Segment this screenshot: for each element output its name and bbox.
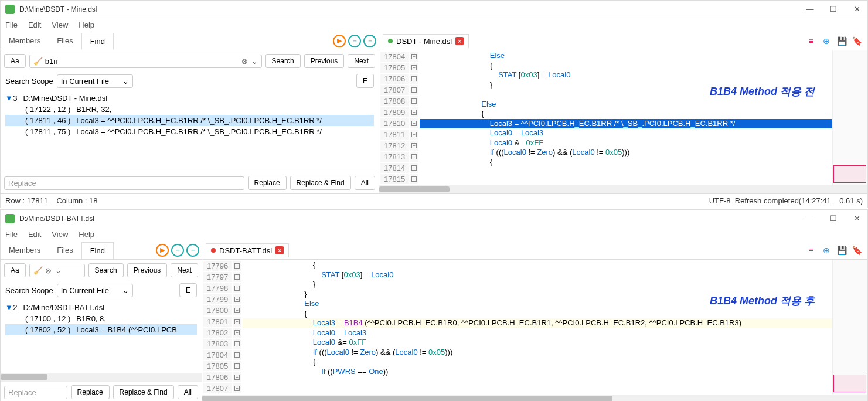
fold-icon[interactable]: − <box>234 274 240 280</box>
fold-icon[interactable]: − <box>234 319 240 324</box>
code-line[interactable]: STAT [0x03] = Local0 <box>243 270 832 280</box>
fold-icon[interactable]: − <box>411 121 417 126</box>
menu-edit[interactable]: Edit <box>28 21 41 29</box>
maximize-button[interactable]: ☐ <box>828 213 839 225</box>
fold-icon[interactable]: − <box>411 165 417 171</box>
tab-members[interactable]: Members <box>1 33 49 49</box>
previous-button[interactable]: Previous <box>304 54 345 68</box>
tab-find[interactable]: Find <box>81 33 114 50</box>
minimap-viewport[interactable] <box>833 165 866 183</box>
expand-icon[interactable]: ▼ <box>5 94 11 103</box>
search-button[interactable]: Search <box>88 263 124 277</box>
case-toggle[interactable]: Aa <box>4 263 26 277</box>
clear-icon[interactable]: ⊗ <box>241 57 248 66</box>
fold-icon[interactable]: − <box>234 341 240 346</box>
menu-file[interactable]: File <box>5 230 18 239</box>
save-icon[interactable]: 💾 <box>836 244 847 256</box>
fold-icon[interactable]: − <box>411 98 417 104</box>
code-line[interactable]: If ((PWRS == One)) <box>243 367 832 377</box>
fold-icon[interactable]: − <box>234 386 240 391</box>
fold-icon[interactable]: − <box>234 286 240 291</box>
code-line[interactable]: Local0 &= 0xFF <box>243 338 832 348</box>
h-scrollbar-results[interactable] <box>1 373 202 381</box>
minimize-button[interactable]: — <box>804 4 816 15</box>
replace-input[interactable]: Replace <box>4 386 67 399</box>
code-line[interactable]: { <box>420 158 832 168</box>
next-button[interactable]: Next <box>171 263 198 277</box>
fold-icon[interactable]: − <box>411 76 417 81</box>
code-line[interactable]: { <box>243 357 832 367</box>
fold-icon[interactable]: − <box>234 363 240 369</box>
case-toggle[interactable]: Aa <box>4 54 26 68</box>
replace-all-button[interactable]: All <box>178 385 198 399</box>
fold-icon[interactable]: − <box>234 263 240 269</box>
tab-find[interactable]: Find <box>81 242 114 259</box>
fold-icon[interactable]: − <box>234 375 240 380</box>
bookmark-icon[interactable]: 🔖 <box>851 244 863 256</box>
fold-icon[interactable]: − <box>411 154 417 159</box>
close-button[interactable]: ✕ <box>851 213 863 225</box>
menu-view[interactable]: View <box>52 230 68 239</box>
fold-icon[interactable]: − <box>234 297 240 302</box>
scope-select[interactable]: In Current File ⌄ <box>57 74 133 88</box>
search-button[interactable]: Search <box>265 54 301 68</box>
fold-icon[interactable]: − <box>411 87 417 93</box>
tool-icon-2[interactable]: ⊕ <box>821 35 832 47</box>
code-line[interactable]: Else <box>420 100 832 110</box>
search-result-item[interactable]: ( 17100 , 12 ) B1R0, 8, <box>5 313 197 324</box>
dropdown-icon[interactable]: ⌄ <box>251 57 258 66</box>
code-line[interactable]: { <box>243 260 832 270</box>
code-line[interactable]: Local3 = ^^PCI0.LPCB.H_EC.B1RR /* \_SB_.… <box>420 119 832 129</box>
next-button[interactable]: Next <box>348 54 375 68</box>
results-header[interactable]: ▼ 2 D:/Mine/DSDT-BATT.dsl <box>5 302 197 313</box>
fold-icon[interactable]: − <box>411 54 417 59</box>
code-line[interactable]: STAT [0x03] = Local0 <box>420 70 832 80</box>
code-editor[interactable]: 17796−17797−17798−17799−17800−17801−1780… <box>202 260 867 395</box>
tab-files[interactable]: Files <box>49 242 81 258</box>
fold-icon[interactable]: − <box>234 308 240 313</box>
code-line[interactable]: { <box>420 109 832 119</box>
replace-find-button[interactable]: Replace & Find <box>113 385 174 399</box>
code-line[interactable]: Local0 = Local3 <box>243 328 832 338</box>
menu-file[interactable]: File <box>5 21 18 29</box>
tool-icon-2[interactable]: ⊕ <box>821 244 832 256</box>
search-result-item[interactable]: ( 17811 , 46 ) Local3 = ^^PCI0.LPCB.H_EC… <box>5 115 374 126</box>
tab-members[interactable]: Members <box>1 242 49 258</box>
fold-icon[interactable]: − <box>234 352 240 358</box>
search-input[interactable]: 🧹 b1rr ⊗ ⌄ <box>29 55 262 68</box>
fold-icon[interactable]: − <box>411 110 417 115</box>
minimize-button[interactable]: — <box>804 213 816 225</box>
search-result-item[interactable]: ( 17122 , 12 ) B1RR, 32, <box>5 104 374 115</box>
replace-all-button[interactable]: All <box>355 176 375 190</box>
code-line[interactable]: { <box>420 61 832 71</box>
close-button[interactable]: ✕ <box>851 4 863 15</box>
search-result-item[interactable]: ( 17811 , 75 ) Local3 = ^^PCI0.LPCB.H_EC… <box>5 126 374 137</box>
tool-icon-1[interactable]: ≡ <box>805 244 817 256</box>
h-scrollbar[interactable] <box>379 185 867 193</box>
previous-button[interactable]: Previous <box>127 263 168 277</box>
code-line[interactable]: If (((Local0 != Zero) && (Local0 != 0x05… <box>420 148 832 158</box>
e-button[interactable]: E <box>179 283 197 297</box>
clear-icon[interactable]: ⊗ <box>45 266 52 275</box>
add-icon[interactable]: ＋ <box>171 244 184 257</box>
code-line[interactable]: { <box>243 309 832 319</box>
fold-icon[interactable]: − <box>411 176 417 182</box>
menu-view[interactable]: View <box>52 21 68 29</box>
code-line[interactable]: Local3 = B1B4 (^^PCI0.LPCB.H_EC.B1R0, ^^… <box>243 318 832 328</box>
expand-icon[interactable]: ▼ <box>5 303 11 312</box>
search-input[interactable]: 🧹 ⊗ ⌄ <box>29 264 85 277</box>
fold-icon[interactable]: − <box>234 330 240 335</box>
dropdown-icon[interactable]: ⌄ <box>55 266 62 275</box>
code-line[interactable]: } <box>243 280 832 290</box>
play-icon[interactable]: ▶ <box>156 244 169 257</box>
h-scrollbar[interactable] <box>202 395 867 401</box>
code-line[interactable]: Local0 &= 0xFF <box>420 138 832 148</box>
fold-icon[interactable]: − <box>411 132 417 137</box>
scope-select[interactable]: In Current File ⌄ <box>57 284 133 297</box>
code-line[interactable]: If (((Local0 != Zero) && (Local0 != 0x05… <box>243 348 832 358</box>
replace-find-button[interactable]: Replace & Find <box>290 176 351 190</box>
play-icon[interactable]: ▶ <box>333 35 346 47</box>
search-result-item[interactable]: ( 17802 , 52 ) Local3 = B1B4 (^^PCI0.LPC… <box>5 324 197 335</box>
replace-button[interactable]: Replace <box>248 176 287 190</box>
code-line[interactable]: Local0 = Local3 <box>420 128 832 138</box>
